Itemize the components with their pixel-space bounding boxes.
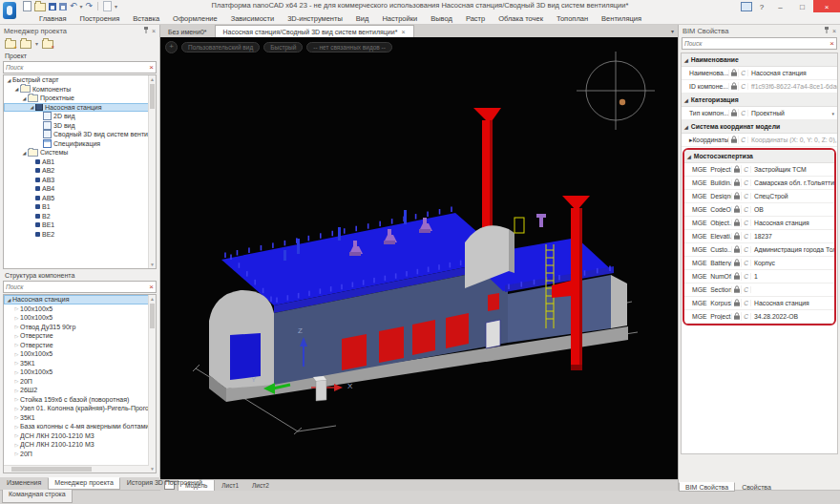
lock-icon[interactable] <box>729 82 739 91</box>
open-file-icon[interactable] <box>34 3 46 11</box>
tree-expander-icon[interactable]: ◢ <box>6 77 12 83</box>
property-value[interactable]: 34.28.2022-ОВ <box>751 313 834 320</box>
project-tree-item[interactable]: АВ3 <box>4 176 156 185</box>
ribbon-tab-топоплан[interactable]: Топоплан <box>550 14 595 23</box>
property-row[interactable]: MGE_DesignerCСпецСтрой <box>684 190 834 203</box>
project-tree-item[interactable]: АВ1 <box>4 158 156 167</box>
undo-dropdown-icon[interactable]: ▾ <box>80 3 83 10</box>
ribbon-tab-вывод[interactable]: Вывод <box>424 14 459 23</box>
structure-tree-item[interactable]: ▷100x100x5 <box>4 349 156 359</box>
structure-tree-item[interactable]: ◢Насосная станция <box>4 295 156 304</box>
ribbon-tab-облака точек[interactable]: Облака точек <box>492 14 550 23</box>
clear-search-icon[interactable]: × <box>830 40 834 48</box>
c-flag-icon[interactable]: C <box>742 233 751 240</box>
property-value[interactable]: Насосная станция <box>748 70 837 76</box>
property-row[interactable]: MGE_Project...C34.28.2022-ОВ <box>684 310 834 324</box>
structure-tree-item[interactable]: ▷26Ш2 <box>4 386 156 395</box>
lock-icon[interactable] <box>732 245 742 254</box>
c-flag-icon[interactable]: C <box>742 300 751 306</box>
open-project-dropdown-icon[interactable]: ▾ <box>35 40 38 47</box>
tree-expander-icon[interactable]: ▷ <box>13 324 20 329</box>
property-value[interactable]: Насосная станция <box>751 220 834 226</box>
value-dropdown-icon[interactable]: ▾ <box>831 111 837 116</box>
structure-tree-item[interactable]: ▷35К1 <box>4 359 156 368</box>
lock-icon[interactable] <box>732 219 742 227</box>
tree-expander-icon[interactable]: ▷ <box>13 378 20 384</box>
document-tab[interactable]: Насосная станция/Сводный 3D вид систем в… <box>215 25 414 37</box>
tree-expander-icon[interactable]: ▷ <box>13 305 20 311</box>
property-value[interactable]: Администрация города Тольятти <box>751 246 834 253</box>
project-tree-item[interactable]: Спецификация <box>4 139 156 149</box>
project-tree-item[interactable]: В1 <box>4 202 156 212</box>
pin-icon[interactable] <box>824 27 830 34</box>
c-flag-icon[interactable]: C <box>742 246 751 253</box>
project-tree-item[interactable]: В2 <box>4 212 156 221</box>
structure-tree-item[interactable]: ▷100x100x5 <box>4 304 156 314</box>
structure-tree-item[interactable]: ▷35К1 <box>4 413 156 423</box>
structure-tree-item[interactable]: ▷100x100x5 <box>4 368 156 377</box>
structure-tree-item[interactable]: ▷Отверстие <box>4 331 156 341</box>
group-expander-icon[interactable]: ◢ <box>684 97 688 103</box>
dock-tab-bim-свойства[interactable]: BIM Свойства <box>679 482 735 492</box>
ribbon-toggle-icon[interactable] <box>741 2 752 11</box>
tree-expander-icon[interactable]: ◢ <box>29 104 35 110</box>
group-expander-icon[interactable]: ◢ <box>687 154 691 159</box>
clear-search-icon[interactable]: × <box>149 284 154 291</box>
tab-list-dropdown-icon[interactable]: ▾ <box>667 25 678 37</box>
property-row[interactable]: MGE_Battery...CКорпус <box>684 257 834 270</box>
model-viewport[interactable]: +Пользовательский видБыстрый-- нет связа… <box>160 37 678 479</box>
tree-expander-icon[interactable]: ◢ <box>13 86 20 92</box>
ribbon-tab-3d-инструменты[interactable]: 3D-инструменты <box>281 14 349 23</box>
project-search-input[interactable] <box>4 64 147 71</box>
lock-icon[interactable] <box>732 205 742 214</box>
project-tree-item[interactable]: АВ5 <box>4 194 156 203</box>
property-value[interactable]: Проектный <box>748 110 831 116</box>
clear-search-icon[interactable]: × <box>149 64 154 72</box>
property-row[interactable]: ID компоне...Cff1c93f6-8622-47a4-8ce1-6d… <box>682 80 837 94</box>
new-file-icon[interactable] <box>23 1 32 11</box>
command-line-tab[interactable]: Командная строка <box>2 490 73 503</box>
project-tree-item[interactable]: 3D вид <box>4 121 156 131</box>
project-tree-item[interactable]: ◢Быстрый старт <box>4 75 156 85</box>
tree-expander-icon[interactable]: ▷ <box>13 414 20 420</box>
ribbon-tab-оформление[interactable]: Оформление <box>166 14 224 23</box>
lock-icon[interactable] <box>732 312 742 321</box>
tree-expander-icon[interactable]: ▷ <box>13 424 20 430</box>
structure-tree-scrollbar[interactable]: ▲▼ <box>148 295 156 472</box>
property-value[interactable]: Самарская обл. г.Тольятти Автоз <box>751 179 834 186</box>
sheet-tab-лист2[interactable]: Лист2 <box>245 480 276 491</box>
tree-expander-icon[interactable]: ▷ <box>13 351 20 357</box>
property-value[interactable]: 18237 <box>751 233 834 240</box>
tree-expander-icon[interactable]: ◢ <box>21 150 28 156</box>
help-button[interactable]: ? <box>754 0 769 13</box>
close-button[interactable]: × <box>813 0 840 13</box>
properties-search-input[interactable] <box>682 40 828 47</box>
tree-expander-icon[interactable]: ▷ <box>13 432 20 438</box>
tree-expander-icon[interactable]: ▷ <box>13 396 20 402</box>
structure-tree-hscrollbar[interactable] <box>4 465 149 472</box>
property-row[interactable]: MGE_KorpusCНасосная станция <box>684 297 834 310</box>
c-flag-icon[interactable]: C <box>742 166 751 173</box>
property-group-header[interactable]: ◢Система координат модели <box>682 120 837 134</box>
project-tree-item[interactable]: АВ4 <box>4 184 156 194</box>
lock-icon[interactable] <box>732 272 742 281</box>
property-row[interactable]: Тип компон...CПроектный▾ <box>682 107 837 120</box>
project-tree-item[interactable]: ◢Проектные <box>4 94 156 103</box>
tree-expander-icon[interactable]: ▷ <box>13 369 20 375</box>
lock-icon[interactable] <box>732 178 742 187</box>
property-row[interactable]: MGE_SectionC <box>684 284 834 297</box>
group-expander-icon[interactable]: ◢ <box>684 124 688 130</box>
orbit-point[interactable] <box>620 99 625 105</box>
property-group-header[interactable]: ◢Наименование <box>682 53 837 67</box>
tree-expander-icon[interactable]: ▷ <box>13 388 20 393</box>
structure-tree-item[interactable]: ▷Отверстие <box>4 341 156 350</box>
close-panel-icon[interactable]: × <box>152 28 156 34</box>
property-value[interactable]: СпецСтрой <box>751 193 834 200</box>
lock-icon[interactable] <box>729 109 739 117</box>
sheet-tab-лист1[interactable]: Лист1 <box>215 480 245 491</box>
c-flag-icon[interactable]: C <box>739 70 748 76</box>
new-project-icon[interactable]: + <box>5 40 16 49</box>
tree-expander-icon[interactable]: ▷ <box>13 442 20 448</box>
property-row[interactable]: Наименова...CНасосная станция <box>682 67 837 80</box>
lock-icon[interactable] <box>732 259 742 267</box>
